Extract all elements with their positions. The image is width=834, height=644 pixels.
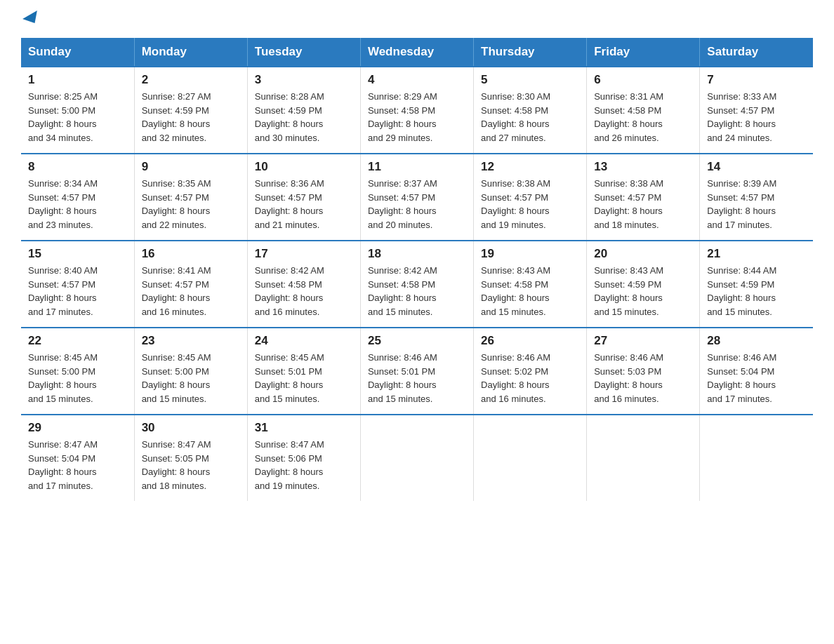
day-number: 8 [28, 160, 127, 174]
day-number: 5 [481, 73, 579, 87]
day-number: 16 [142, 247, 240, 261]
day-number: 22 [28, 334, 127, 348]
day-number: 1 [28, 73, 127, 87]
day-number: 7 [707, 73, 806, 87]
logo-arrow-icon [22, 11, 42, 27]
day-number: 27 [594, 334, 692, 348]
calendar-cell [474, 415, 587, 501]
day-number: 26 [481, 334, 579, 348]
calendar-cell: 20Sunrise: 8:43 AM Sunset: 4:59 PM Dayli… [587, 241, 700, 328]
day-number: 9 [142, 160, 240, 174]
col-monday: Monday [134, 38, 247, 67]
day-info: Sunrise: 8:43 AM Sunset: 4:59 PM Dayligh… [594, 264, 692, 318]
day-info: Sunrise: 8:33 AM Sunset: 4:57 PM Dayligh… [707, 90, 806, 145]
day-info: Sunrise: 8:42 AM Sunset: 4:58 PM Dayligh… [255, 264, 353, 318]
day-info: Sunrise: 8:45 AM Sunset: 5:00 PM Dayligh… [142, 351, 240, 405]
day-number: 19 [481, 247, 579, 261]
calendar-week-4: 22Sunrise: 8:45 AM Sunset: 5:00 PM Dayli… [21, 328, 813, 415]
calendar-cell: 24Sunrise: 8:45 AM Sunset: 5:01 PM Dayli… [247, 328, 360, 415]
day-info: Sunrise: 8:27 AM Sunset: 4:59 PM Dayligh… [142, 90, 240, 145]
day-info: Sunrise: 8:31 AM Sunset: 4:58 PM Dayligh… [594, 90, 692, 145]
day-info: Sunrise: 8:46 AM Sunset: 5:02 PM Dayligh… [481, 351, 579, 405]
calendar-table: Sunday Monday Tuesday Wednesday Thursday… [21, 38, 813, 501]
day-info: Sunrise: 8:47 AM Sunset: 5:04 PM Dayligh… [28, 438, 127, 492]
day-number: 30 [142, 421, 240, 435]
calendar-header: Sunday Monday Tuesday Wednesday Thursday… [21, 38, 813, 67]
day-number: 31 [255, 421, 353, 435]
calendar-cell: 12Sunrise: 8:38 AM Sunset: 4:57 PM Dayli… [474, 154, 587, 241]
col-wednesday: Wednesday [360, 38, 473, 67]
calendar-cell: 28Sunrise: 8:46 AM Sunset: 5:04 PM Dayli… [700, 328, 813, 415]
calendar-week-2: 8Sunrise: 8:34 AM Sunset: 4:57 PM Daylig… [21, 154, 813, 241]
day-number: 24 [255, 334, 353, 348]
calendar-cell: 15Sunrise: 8:40 AM Sunset: 4:57 PM Dayli… [21, 241, 134, 328]
day-info: Sunrise: 8:30 AM Sunset: 4:58 PM Dayligh… [481, 90, 579, 145]
calendar-cell: 19Sunrise: 8:43 AM Sunset: 4:58 PM Dayli… [474, 241, 587, 328]
day-number: 14 [707, 160, 806, 174]
col-sunday: Sunday [21, 38, 134, 67]
day-number: 12 [481, 160, 579, 174]
day-info: Sunrise: 8:41 AM Sunset: 4:57 PM Dayligh… [142, 264, 240, 318]
day-info: Sunrise: 8:47 AM Sunset: 5:05 PM Dayligh… [142, 438, 240, 492]
header-row: Sunday Monday Tuesday Wednesday Thursday… [21, 38, 813, 67]
day-number: 29 [28, 421, 127, 435]
day-info: Sunrise: 8:38 AM Sunset: 4:57 PM Dayligh… [594, 177, 692, 232]
day-info: Sunrise: 8:36 AM Sunset: 4:57 PM Dayligh… [255, 177, 353, 232]
calendar-cell: 13Sunrise: 8:38 AM Sunset: 4:57 PM Dayli… [587, 154, 700, 241]
col-friday: Friday [587, 38, 700, 67]
day-info: Sunrise: 8:43 AM Sunset: 4:58 PM Dayligh… [481, 264, 579, 318]
day-info: Sunrise: 8:37 AM Sunset: 4:57 PM Dayligh… [368, 177, 466, 232]
day-number: 28 [707, 334, 806, 348]
day-number: 4 [368, 73, 466, 87]
calendar-body: 1Sunrise: 8:25 AM Sunset: 5:00 PM Daylig… [21, 67, 813, 501]
calendar-cell: 29Sunrise: 8:47 AM Sunset: 5:04 PM Dayli… [21, 415, 134, 501]
calendar-cell: 26Sunrise: 8:46 AM Sunset: 5:02 PM Dayli… [474, 328, 587, 415]
day-info: Sunrise: 8:25 AM Sunset: 5:00 PM Dayligh… [28, 90, 127, 145]
calendar-cell: 8Sunrise: 8:34 AM Sunset: 4:57 PM Daylig… [21, 154, 134, 241]
day-number: 3 [255, 73, 353, 87]
logo [21, 14, 41, 24]
calendar-cell: 14Sunrise: 8:39 AM Sunset: 4:57 PM Dayli… [700, 154, 813, 241]
calendar-cell: 25Sunrise: 8:46 AM Sunset: 5:01 PM Dayli… [360, 328, 473, 415]
day-info: Sunrise: 8:46 AM Sunset: 5:03 PM Dayligh… [594, 351, 692, 405]
col-tuesday: Tuesday [247, 38, 360, 67]
day-number: 10 [255, 160, 353, 174]
calendar-cell: 10Sunrise: 8:36 AM Sunset: 4:57 PM Dayli… [247, 154, 360, 241]
day-number: 13 [594, 160, 692, 174]
day-info: Sunrise: 8:46 AM Sunset: 5:04 PM Dayligh… [707, 351, 806, 405]
calendar-cell: 21Sunrise: 8:44 AM Sunset: 4:59 PM Dayli… [700, 241, 813, 328]
calendar-week-3: 15Sunrise: 8:40 AM Sunset: 4:57 PM Dayli… [21, 241, 813, 328]
day-number: 11 [368, 160, 466, 174]
day-info: Sunrise: 8:35 AM Sunset: 4:57 PM Dayligh… [142, 177, 240, 232]
page-header [21, 14, 813, 24]
calendar-cell: 9Sunrise: 8:35 AM Sunset: 4:57 PM Daylig… [134, 154, 247, 241]
calendar-cell: 5Sunrise: 8:30 AM Sunset: 4:58 PM Daylig… [474, 67, 587, 154]
day-info: Sunrise: 8:34 AM Sunset: 4:57 PM Dayligh… [28, 177, 127, 232]
day-info: Sunrise: 8:29 AM Sunset: 4:58 PM Dayligh… [368, 90, 466, 145]
calendar-cell: 17Sunrise: 8:42 AM Sunset: 4:58 PM Dayli… [247, 241, 360, 328]
day-info: Sunrise: 8:39 AM Sunset: 4:57 PM Dayligh… [707, 177, 806, 232]
calendar-cell [700, 415, 813, 501]
calendar-cell: 7Sunrise: 8:33 AM Sunset: 4:57 PM Daylig… [700, 67, 813, 154]
col-thursday: Thursday [474, 38, 587, 67]
day-info: Sunrise: 8:47 AM Sunset: 5:06 PM Dayligh… [255, 438, 353, 492]
calendar-week-5: 29Sunrise: 8:47 AM Sunset: 5:04 PM Dayli… [21, 415, 813, 501]
calendar-cell: 27Sunrise: 8:46 AM Sunset: 5:03 PM Dayli… [587, 328, 700, 415]
day-number: 2 [142, 73, 240, 87]
calendar-cell: 30Sunrise: 8:47 AM Sunset: 5:05 PM Dayli… [134, 415, 247, 501]
calendar-cell: 11Sunrise: 8:37 AM Sunset: 4:57 PM Dayli… [360, 154, 473, 241]
day-number: 17 [255, 247, 353, 261]
day-info: Sunrise: 8:38 AM Sunset: 4:57 PM Dayligh… [481, 177, 579, 232]
calendar-cell: 3Sunrise: 8:28 AM Sunset: 4:59 PM Daylig… [247, 67, 360, 154]
col-saturday: Saturday [700, 38, 813, 67]
day-number: 15 [28, 247, 127, 261]
calendar-cell: 22Sunrise: 8:45 AM Sunset: 5:00 PM Dayli… [21, 328, 134, 415]
day-info: Sunrise: 8:46 AM Sunset: 5:01 PM Dayligh… [368, 351, 466, 405]
calendar-cell: 31Sunrise: 8:47 AM Sunset: 5:06 PM Dayli… [247, 415, 360, 501]
day-number: 23 [142, 334, 240, 348]
calendar-cell: 2Sunrise: 8:27 AM Sunset: 4:59 PM Daylig… [134, 67, 247, 154]
day-info: Sunrise: 8:44 AM Sunset: 4:59 PM Dayligh… [707, 264, 806, 318]
calendar-cell [587, 415, 700, 501]
day-number: 18 [368, 247, 466, 261]
day-info: Sunrise: 8:42 AM Sunset: 4:58 PM Dayligh… [368, 264, 466, 318]
